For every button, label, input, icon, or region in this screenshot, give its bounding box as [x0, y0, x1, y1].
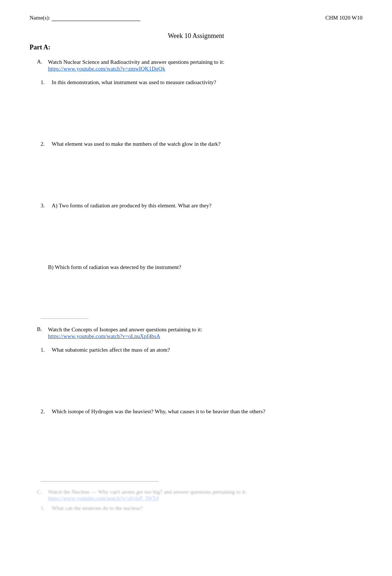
blurred-watch-c: C. Watch the Nucleus — Why can't atoms g… [30, 489, 362, 501]
part-a-section: Part A: A. Watch Nuclear Science and Rad… [30, 44, 362, 511]
watch-b-letter: B. [37, 326, 44, 339]
question-b1-text: What subatomic particles affect the mass… [52, 347, 170, 353]
watch-item-b: B. Watch the Concepts of Isotopes and an… [30, 326, 362, 339]
page-title: Week 10 Assignment [30, 32, 362, 40]
question-a2: 2. What element was used to make the num… [30, 141, 362, 147]
watch-a-content: Watch Nuclear Science and Radioactivity … [48, 59, 224, 72]
watch-item-a: A. Watch Nuclear Science and Radioactivi… [30, 59, 362, 72]
blurred-watch-c-letter: C. [37, 489, 44, 501]
watch-a-link[interactable]: https://www.youtube.com/watch?v=zmwIQK1D… [48, 66, 165, 72]
question-b2-text: Which isotope of Hydrogen was the heavie… [52, 408, 265, 415]
answer-space-b1 [30, 353, 362, 401]
name-field: Name(s): [30, 15, 140, 21]
answer-space-a3b [30, 270, 362, 311]
question-b1-number: 1. [41, 347, 48, 353]
divider-b [41, 481, 159, 482]
name-label: Name(s): [30, 15, 50, 21]
divider-a [41, 318, 89, 319]
question-a3: 3. A) Two forms of radiation are produce… [30, 203, 362, 209]
question-a1-number: 1. [41, 79, 48, 86]
question-a2-text: What element was used to make the number… [52, 141, 220, 147]
blurred-watch-c-content: Watch the Nucleus — Why can't atoms get … [48, 489, 247, 501]
course-label: CHM 1020 W10 [325, 15, 362, 21]
watch-b-content: Watch the Concepts of Isotopes and answe… [48, 326, 202, 339]
question-a2-number: 2. [41, 141, 48, 147]
blurred-q-c1-text: What can the neutrons do to the nucleus? [52, 505, 143, 511]
question-a3-number: 3. [41, 203, 48, 209]
part-a-heading: Part A: [30, 44, 362, 51]
blurred-section-c: C. Watch the Nucleus — Why can't atoms g… [30, 489, 362, 511]
name-underline [52, 21, 140, 21]
sub-question-3b: B) Which form of radiation was detected … [30, 264, 362, 270]
answer-space-a2 [30, 147, 362, 195]
answer-space-b2 [30, 415, 362, 474]
watch-b-link[interactable]: https://www.youtube.com/watch?v=oLnuXpf4… [48, 333, 160, 339]
blurred-watch-c-link: https://www.youtube.com/watch?v=zIyIzP_I… [48, 495, 159, 501]
watch-b-text: Watch the Concepts of Isotopes and answe… [48, 327, 202, 332]
question-a3-text: A) Two forms of radiation are produced b… [52, 203, 212, 209]
question-a1-text: In this demonstration, what instrument w… [52, 79, 216, 86]
question-a1: 1. In this demonstration, what instrumen… [30, 79, 362, 86]
header: Name(s): CHM 1020 W10 [30, 15, 362, 21]
answer-space-a3a [30, 209, 362, 257]
question-b2: 2. Which isotope of Hydrogen was the hea… [30, 408, 362, 415]
question-b1: 1. What subatomic particles affect the m… [30, 347, 362, 353]
blurred-watch-c-text: Watch the Nucleus — Why can't atoms get … [48, 489, 247, 495]
blurred-q-c1-number: 1. [41, 505, 48, 511]
answer-space-a1 [30, 86, 362, 134]
blurred-question-c1: 1. What can the neutrons do to the nucle… [30, 505, 362, 511]
watch-a-letter: A. [37, 59, 44, 72]
question-b2-number: 2. [41, 408, 48, 415]
watch-a-text: Watch Nuclear Science and Radioactivity … [48, 59, 224, 65]
